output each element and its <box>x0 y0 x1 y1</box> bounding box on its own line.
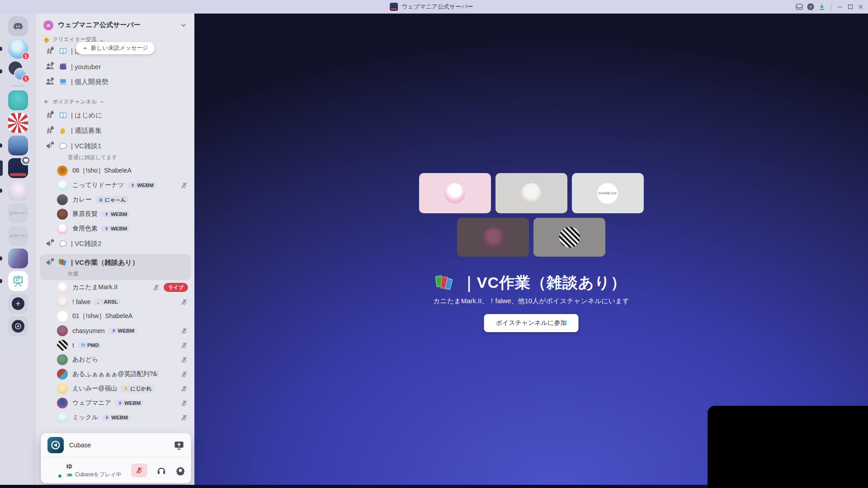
monitor-icon <box>23 158 29 164</box>
tile-kanitama[interactable] <box>419 173 491 213</box>
voice-member-row[interactable]: 豚原長賢WEBM <box>36 207 194 221</box>
role-badge: にゃ～ん <box>95 196 129 204</box>
channel-row[interactable]: | はじめに <box>36 108 194 123</box>
server-anime-girl[interactable] <box>8 181 28 201</box>
voice-member-row[interactable]: ウェブマニアWEBM <box>36 396 194 410</box>
dm-avatar-2[interactable]: 1 <box>8 61 28 81</box>
voice-member-row[interactable]: あるふぁぁぁぁ@英語配列?&茶軸… <box>36 367 194 381</box>
unread-dot <box>0 257 2 261</box>
tile-shabelea[interactable]: SHABELEA <box>572 173 644 213</box>
mic-muted-icon <box>180 327 188 335</box>
cubase-app-icon <box>47 437 64 453</box>
window-title: ウェブマニア公式サーバー <box>401 3 473 11</box>
bolt-yellow-icon <box>123 386 129 391</box>
tile-t[interactable] <box>533 218 605 257</box>
screen-share-icon[interactable] <box>174 440 184 450</box>
unread-pill-label: 新しい未読メッセージ <box>91 44 148 52</box>
headphones-button[interactable] <box>156 465 166 475</box>
server-easel[interactable] <box>8 271 28 291</box>
member-avatar <box>57 165 68 176</box>
participant-avatar <box>559 227 580 248</box>
server-anime-art[interactable] <box>8 249 28 268</box>
member-avatar <box>57 311 68 322</box>
server-teal-face[interactable] <box>8 90 28 110</box>
hand-icon <box>59 127 67 135</box>
hash-lock-icon <box>45 111 54 120</box>
titlebar: ウェブマニア公式サーバー ? <box>0 0 868 14</box>
screen-share-preview[interactable] <box>708 406 868 488</box>
online-status-dot <box>57 473 63 479</box>
role-badge: WEBM <box>101 225 130 232</box>
screen-share-status-icon <box>21 155 31 165</box>
voice-channel-title: ｜VC作業（雑談あり） <box>461 272 626 293</box>
member-avatar <box>57 412 68 423</box>
settings-gear-button[interactable] <box>175 465 185 475</box>
bolt-purple-icon <box>118 400 123 406</box>
maximize-icon[interactable] <box>847 3 854 10</box>
server-photo-suit[interactable] <box>8 136 28 155</box>
channel-row[interactable]: | youtuber <box>36 59 194 74</box>
channel-label: | VC雑談2 <box>71 239 101 248</box>
bolt-purple-icon <box>104 226 109 231</box>
close-icon[interactable] <box>857 3 864 10</box>
unread-dot <box>0 70 2 74</box>
channel-row[interactable]: | 個人開発勢 <box>36 74 194 89</box>
member-name: ! falwe <box>72 298 90 305</box>
category-row[interactable]: ボイスチャンネル <box>36 89 194 108</box>
voice-member-row[interactable]: えいみー@福山にじかれ <box>36 381 194 396</box>
dm-avatar-1[interactable]: 1 <box>8 39 28 59</box>
help-icon[interactable]: ? <box>807 3 815 11</box>
member-avatar <box>57 209 68 220</box>
voice-member-row[interactable]: カレーにゃ～ん <box>36 192 194 207</box>
server-header[interactable]: ウェブマニア公式サーバー <box>36 14 194 37</box>
voice-member-row[interactable]: ! falweARSL <box>36 295 194 309</box>
speaker-lock-icon <box>45 258 54 267</box>
speaker-lock-icon <box>45 141 54 150</box>
member-avatar <box>57 296 68 307</box>
server-red-art[interactable] <box>8 113 28 133</box>
explore-servers-button[interactable] <box>8 316 28 336</box>
discord-home-button[interactable] <box>8 16 28 36</box>
channel-row[interactable]: | 通話募集 <box>36 123 194 138</box>
mic-muted-button[interactable] <box>131 464 147 477</box>
user-avatar[interactable] <box>47 463 62 478</box>
chevron-down-icon <box>99 99 104 104</box>
voice-member-row[interactable]: あおどら <box>36 352 194 367</box>
tile-falwe[interactable] <box>495 173 567 213</box>
books-emoji-icon <box>436 274 455 291</box>
member-avatar <box>57 282 68 293</box>
voice-member-row[interactable]: 食用色素WEBM <box>36 221 194 236</box>
voice-channel-row[interactable]: | VC雑談1普通に雑談してます <box>36 138 194 164</box>
speaker-small-icon <box>43 99 50 105</box>
compass-icon <box>14 323 22 330</box>
join-voice-channel-button[interactable]: ボイスチャンネルに参加 <box>484 314 579 332</box>
voice-member-row[interactable]: tPMD <box>36 338 194 352</box>
server-webmania-pixel[interactable] <box>8 158 28 178</box>
server-name-text-2[interactable]: のサーバ <box>8 226 28 246</box>
participant-avatar <box>483 227 504 248</box>
tile-chasyumen[interactable] <box>457 218 529 257</box>
voice-member-row[interactable]: こってりドーナツWEBM <box>36 178 194 192</box>
tray-icon[interactable] <box>795 3 803 11</box>
minimize-icon[interactable] <box>836 3 844 10</box>
unread-dot <box>0 47 2 51</box>
voice-member-row[interactable]: カニたまMark.IIライブ <box>36 280 194 295</box>
role-badge: WEBM <box>115 400 143 406</box>
voice-channel-row[interactable]: | VC作業（雑談あり）作業 <box>40 254 191 280</box>
people-lock-icon <box>45 77 54 86</box>
voice-member-row[interactable]: ミックルWEBM <box>36 410 194 425</box>
voice-member-row[interactable]: 06［!sho］ShabeleA <box>36 164 194 178</box>
book-icon <box>59 111 67 120</box>
titlebar-center: ウェブマニア公式サーバー <box>390 0 473 14</box>
voice-member-row[interactable]: chasyumenWEBM <box>36 324 194 338</box>
new-unread-messages-pill[interactable]: 新しい未読メッセージ <box>76 42 155 54</box>
voice-participant-tiles: SHABELEA <box>194 173 868 257</box>
discord-icon <box>12 20 24 32</box>
server-name-text-1[interactable]: のサーバ <box>8 203 28 223</box>
update-icon[interactable] <box>818 3 826 11</box>
participant-avatar <box>444 183 465 204</box>
add-server-button[interactable] <box>8 294 28 314</box>
voice-member-row[interactable]: 01［!shw］ShabeleA <box>36 309 194 324</box>
mic-muted-icon <box>152 284 160 291</box>
voice-channel-row[interactable]: | VC雑談2 <box>36 236 194 251</box>
